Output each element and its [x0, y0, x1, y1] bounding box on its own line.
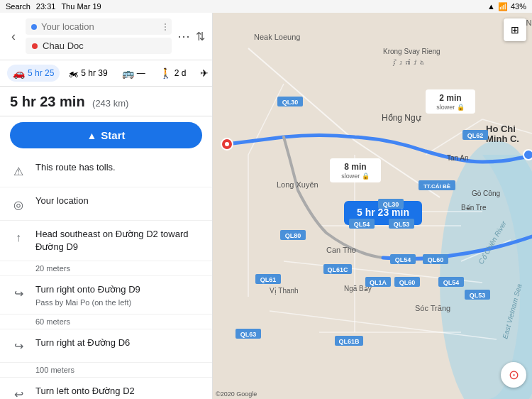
bus-icon: 🚌 — [122, 67, 134, 79]
turn-right1-icon: ↪ — [10, 285, 27, 302]
dir-item-3: ↪ Turn right at Đường D6 — [0, 329, 212, 363]
left-panel: ‹ ⋯ — [0, 13, 213, 399]
svg-text:QL1A: QL1A — [370, 279, 387, 286]
back-button[interactable]: ‹ — [7, 28, 20, 45]
svg-point-77 — [523, 150, 532, 160]
svg-text:Minh C.: Minh C. — [486, 133, 519, 144]
origin-dot — [31, 24, 37, 30]
origin-input-row[interactable] — [26, 18, 172, 35]
transport-tabs: 🚗 5 hr 25 🏍 5 hr 39 🚌 — 🚶 2 d ✈ — [0, 60, 212, 87]
turn-left-icon: ↩ — [10, 386, 27, 399]
step1-dist: 20 meters — [0, 261, 212, 276]
svg-text:Vị Thanh: Vị Thanh — [270, 287, 299, 295]
svg-text:Ho Chi: Ho Chi — [486, 124, 516, 134]
svg-text:QL30: QL30 — [282, 99, 299, 106]
step2-main: Turn right onto Đường D9 — [35, 283, 202, 296]
status-bar: Search 23:31 Thu Mar 19 ▲ 📶 43% — [0, 0, 532, 13]
svg-text:Hồng Ngự: Hồng Ngự — [382, 113, 422, 123]
fly-icon: ✈ — [200, 67, 209, 79]
destination-dot — [31, 43, 38, 50]
battery-label: 43% — [511, 2, 526, 11]
svg-text:Krong Svay Rieng: Krong Svay Rieng — [383, 48, 440, 55]
step2-dist: 60 meters — [0, 315, 212, 329]
moto-icon: 🏍 — [68, 67, 78, 79]
step1-main: Head southeast on Đường D2 toward Đường … — [35, 228, 202, 253]
walk-icon: 🚶 — [160, 67, 172, 79]
tab-walk-label: 2 d — [174, 68, 187, 78]
svg-text:QL80: QL80 — [285, 232, 301, 239]
tab-bus[interactable]: 🚌 — — [116, 65, 151, 82]
car-icon: 🚗 — [13, 67, 25, 79]
tab-moto[interactable]: 🏍 5 hr 39 — [62, 65, 113, 82]
google-watermark: ©2020 Google — [216, 390, 257, 398]
turn-right2-icon: ↪ — [10, 338, 27, 355]
svg-text:Bến Tre: Bến Tre — [461, 204, 487, 212]
svg-text:Sóc Trăng: Sóc Trăng — [415, 304, 450, 312]
status-icons: ▲ 📶 43% — [487, 2, 526, 11]
tab-fly[interactable]: ✈ — [194, 65, 213, 82]
location-text: Your location — [35, 195, 202, 207]
date-label: Thu Mar 19 — [61, 2, 101, 11]
svg-text:Tan An: Tan An — [447, 154, 469, 162]
start-label: Start — [101, 129, 125, 141]
step4-main: Turn left onto Đường D2 — [35, 385, 202, 398]
svg-text:Neak Loeung: Neak Loeung — [254, 33, 300, 41]
map-layer-button[interactable]: ⊞ — [504, 18, 526, 41]
map-svg: 2 min slower 🔒 8 min slower 🔒 5 hr 23 mi… — [213, 13, 532, 399]
svg-point-24 — [225, 142, 229, 146]
dir-item-1: ↑ Head southeast on Đường D2 toward Đườn… — [0, 221, 212, 261]
dir-item-tolls: ⚠ This route has tolls. — [0, 154, 212, 187]
svg-text:Long Xuyên: Long Xuyên — [277, 180, 318, 189]
tolls-icon: ⚠ — [10, 163, 27, 180]
svg-text:QL53: QL53 — [394, 221, 410, 228]
route-time: 5 hr 23 min — [10, 94, 85, 109]
dir-item-location: ◎ Your location — [0, 187, 212, 221]
svg-text:ព្រៃវែង: ព្រៃវែង — [392, 59, 426, 67]
connector — [165, 22, 166, 32]
compass-button[interactable]: ⊙ — [501, 362, 526, 388]
svg-text:slower 🔒: slower 🔒 — [341, 172, 370, 180]
svg-text:QL53: QL53 — [470, 292, 486, 299]
map-area[interactable]: 2 min slower 🔒 8 min slower 🔒 5 hr 23 mi… — [213, 13, 532, 399]
nav-icon: ▲ — [87, 130, 96, 141]
svg-text:TT.CÁI BÈ: TT.CÁI BÈ — [423, 183, 451, 190]
route-distance: (243 km) — [92, 98, 128, 109]
svg-text:QL30: QL30 — [383, 201, 399, 208]
tolls-text: This route has tolls. — [35, 161, 202, 174]
tab-car-label: 5 hr 25 — [28, 68, 54, 78]
tab-car[interactable]: 🚗 5 hr 25 — [7, 65, 60, 82]
destination-input[interactable] — [43, 40, 166, 51]
step2-sub: Pass by Mai Po (on the left) — [35, 298, 202, 307]
destination-input-row[interactable] — [26, 38, 172, 54]
search-header: ‹ ⋯ — [0, 13, 212, 60]
step3-main: Turn right at Đường D6 — [35, 337, 202, 349]
svg-text:slower 🔒: slower 🔒 — [436, 103, 465, 111]
svg-text:QL61C: QL61C — [327, 266, 348, 273]
origin-input[interactable] — [41, 21, 160, 32]
search-label: Search — [6, 2, 31, 11]
svg-text:QL54: QL54 — [354, 221, 370, 228]
svg-text:QL54: QL54 — [443, 279, 460, 286]
svg-text:QL62: QL62 — [467, 132, 484, 139]
straight-icon: ↑ — [10, 229, 27, 246]
start-button[interactable]: ▲ Start — [10, 122, 202, 148]
tab-walk[interactable]: 🚶 2 d — [154, 65, 192, 82]
tab-moto-label: 5 hr 39 — [81, 68, 107, 78]
signal-icon: 📶 — [498, 2, 508, 11]
more-button[interactable]: ⋯ — [177, 28, 190, 44]
svg-text:QL54: QL54 — [395, 256, 411, 263]
svg-text:QL60: QL60 — [399, 279, 416, 286]
svg-text:QL60: QL60 — [428, 256, 444, 263]
svg-text:QL61: QL61 — [260, 276, 277, 283]
route-summary: 5 hr 23 min (243 km) — [0, 87, 212, 116]
tab-bus-label: — — [137, 68, 145, 78]
svg-text:QL61B: QL61B — [338, 338, 360, 345]
dir-item-2: ↪ Turn right onto Đường D9 Pass by Mai P… — [0, 276, 212, 314]
step3-dist: 100 meters — [0, 363, 212, 378]
search-fields — [26, 18, 172, 54]
swap-button[interactable]: ⇅ — [196, 30, 205, 43]
directions-list: ⚠ This route has tolls. ◎ Your location … — [0, 154, 212, 399]
dir-item-4: ↩ Turn left onto Đường D2 Pass by Gaxeo … — [0, 378, 212, 399]
location-icon: ◎ — [10, 196, 27, 213]
svg-text:Can Tho: Can Tho — [326, 246, 356, 254]
